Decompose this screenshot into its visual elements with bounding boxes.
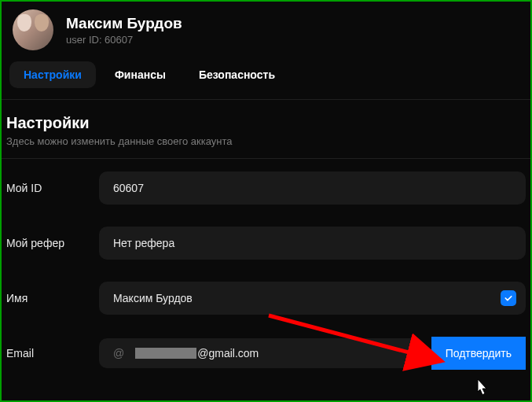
profile-header: Максим Бурдов user ID: 60607 [2,2,530,55]
section-header: Настройки Здесь можно изменить данные св… [2,100,530,158]
confirm-button[interactable]: Подтвердить [431,337,526,370]
value-referrer: Нет рефера [113,237,174,249]
row-my-id: Мой ID 60607 [6,162,526,214]
value-name: Максим Бурдов [113,292,193,304]
cursor-icon [473,378,489,398]
field-email[interactable]: @ @gmail.com [99,338,424,368]
row-email: Email @ @gmail.com Подтвердить [6,327,526,379]
email-redacted [135,348,196,359]
value-my-id: 60607 [113,182,144,194]
field-my-id[interactable]: 60607 [99,171,526,205]
page-subtitle: Здесь можно изменить данные своего аккау… [6,135,526,147]
email-domain: @gmail.com [197,347,259,360]
tab-settings[interactable]: Настройки [9,61,96,88]
at-icon: @ [113,347,124,360]
tab-security[interactable]: Безопасность [185,61,289,88]
label-name: Имя [6,292,99,304]
avatar[interactable] [13,9,53,50]
row-referrer: Мой рефер Нет рефера [6,217,526,269]
label-my-id: Мой ID [6,182,99,194]
page-title: Настройки [6,114,526,132]
field-name[interactable]: Максим Бурдов [99,282,526,315]
tab-finance[interactable]: Финансы [101,61,180,88]
user-id: user ID: 60607 [66,34,182,46]
row-name: Имя Максим Бурдов [6,272,526,324]
field-referrer[interactable]: Нет рефера [99,227,526,260]
label-referrer: Мой рефер [6,237,99,249]
check-icon [501,290,516,306]
settings-form: Мой ID 60607 Мой рефер Нет рефера Имя Ма… [2,159,530,379]
user-name: Максим Бурдов [66,15,182,32]
label-email: Email [6,347,99,360]
tabs: Настройки Финансы Безопасность [2,55,530,99]
